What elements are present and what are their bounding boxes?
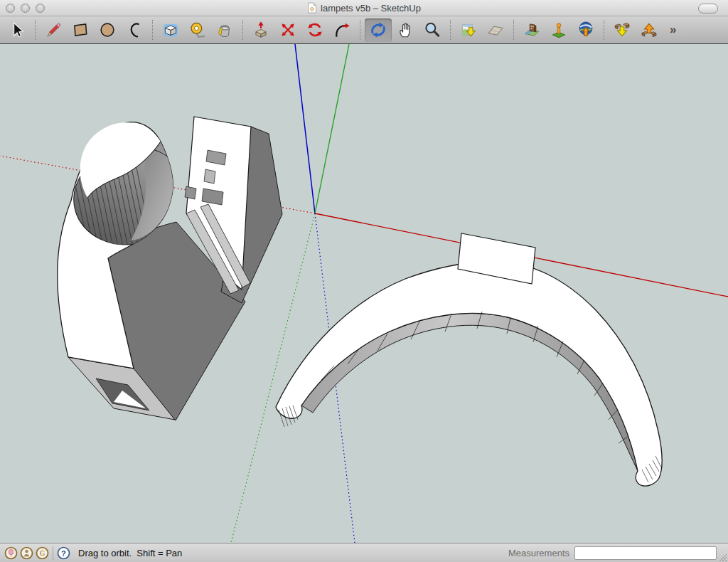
rotate-arrows-icon (306, 21, 324, 39)
get-models-tool[interactable] (609, 18, 636, 42)
share-model-icon (640, 21, 658, 39)
arc-tool[interactable] (121, 18, 148, 42)
model-scene (0, 44, 728, 543)
follow-me-icon (333, 21, 351, 39)
circle-tool[interactable] (94, 18, 121, 42)
move-tool[interactable] (274, 18, 301, 42)
move-arrows-icon (279, 21, 297, 39)
position-camera-tool[interactable] (545, 18, 572, 42)
measurements-input[interactable] (574, 546, 717, 560)
share-model-tool[interactable] (636, 18, 663, 42)
push-pull-tool[interactable] (247, 18, 274, 42)
window-title: lampets v5b – SketchUp (0, 2, 728, 14)
clamp-block-part[interactable] (58, 117, 282, 420)
close-button[interactable] (6, 4, 15, 13)
toolbar-toggle-pill[interactable] (698, 4, 718, 14)
g-badge-icon[interactable]: G (36, 546, 49, 560)
measurements-label: Measurements (508, 548, 569, 558)
rectangle-icon (71, 21, 90, 39)
window-title-text: lampets v5b – SketchUp (321, 3, 421, 14)
toolbar-overflow-chevron[interactable]: » (670, 23, 675, 37)
zoom-tool[interactable] (419, 18, 446, 42)
orbit-icon (369, 21, 387, 39)
component-box-icon (161, 21, 180, 39)
pan-tool[interactable] (392, 18, 419, 42)
circle-icon (98, 21, 117, 39)
zoom-button[interactable] (36, 4, 45, 13)
minimize-button[interactable] (21, 4, 30, 13)
google-earth-globe-icon (577, 21, 595, 39)
make-component-tool[interactable] (157, 18, 184, 42)
select-arrow-icon (8, 21, 26, 39)
figure-on-arrow-icon (550, 21, 568, 39)
title-bar[interactable]: lampets v5b – SketchUp (0, 0, 728, 16)
person-badge-icon[interactable] (20, 546, 33, 560)
hook-tip-hatch (279, 405, 661, 482)
rotate-tool[interactable] (301, 18, 328, 42)
building-on-map-icon (523, 21, 541, 39)
toolbar-separator (35, 20, 36, 40)
status-hint: Drag to orbit. Shift = Pan (78, 548, 182, 558)
tape-measure-icon (188, 21, 207, 39)
arc-icon (125, 21, 144, 39)
toolbar-separator (242, 20, 243, 40)
photo-textures-tool[interactable] (518, 18, 545, 42)
tape-measure-tool[interactable] (184, 18, 211, 42)
terrain-plane-icon (486, 21, 505, 39)
toolbar: » (0, 16, 728, 44)
paint-bucket-icon (215, 21, 234, 39)
svg-text:?: ? (61, 549, 66, 558)
select-tool[interactable] (4, 18, 31, 42)
toggle-terrain-tool[interactable] (482, 18, 509, 42)
paint-bucket-tool[interactable] (211, 18, 238, 42)
toolbar-separator (360, 20, 360, 40)
pan-hand-icon (396, 21, 414, 39)
line-tool[interactable] (40, 18, 67, 42)
viewport-canvas[interactable] (0, 44, 728, 543)
magnifier-icon (423, 21, 441, 39)
svg-text:G: G (40, 549, 45, 557)
toolbar-separator (152, 20, 153, 40)
status-bar: G ? Drag to orbit. Shift = Pan Measureme… (0, 543, 728, 562)
push-pull-icon (252, 21, 270, 39)
balloon-badge-icon[interactable] (4, 546, 18, 560)
follow-me-tool[interactable] (328, 18, 355, 42)
toolbar-separator (450, 20, 451, 40)
get-models-icon (613, 21, 631, 39)
get-current-view-icon (459, 21, 478, 39)
statusbar-divider (53, 546, 53, 561)
toolbar-separator (513, 20, 514, 40)
pencil-icon (44, 21, 63, 39)
help-icon[interactable]: ? (57, 546, 70, 560)
toolbar-separator (604, 20, 604, 40)
preview-in-google-earth-tool[interactable] (572, 18, 599, 42)
green-axis (315, 44, 349, 213)
sketchup-window: lampets v5b – SketchUp (0, 0, 728, 562)
window-controls (6, 4, 45, 13)
rectangle-tool[interactable] (67, 18, 94, 42)
resize-grip[interactable] (718, 553, 727, 562)
get-current-view-tool[interactable] (455, 18, 482, 42)
blue-axis (295, 44, 315, 213)
document-icon (307, 2, 317, 14)
orbit-tool[interactable] (365, 18, 392, 42)
